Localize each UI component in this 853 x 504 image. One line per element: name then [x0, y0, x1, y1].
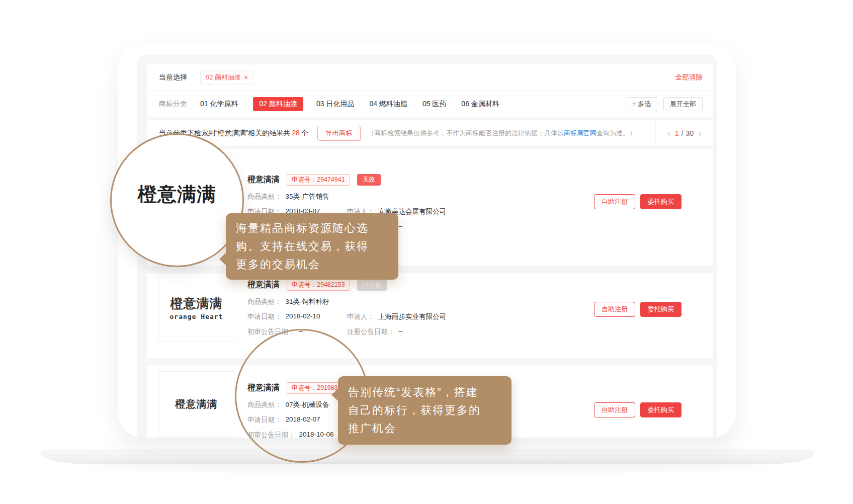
magnifier-circle-top: 橙意满满	[110, 133, 244, 267]
field-value: 2018-10-06	[299, 431, 334, 438]
callout-bubble-marketplace: 海量精品商标资源随心选 购。支持在线交易，获得 更多的交易机会	[226, 213, 398, 280]
field-label: 商品类别：	[247, 297, 282, 306]
product-category-field: 商品类别：07类-机械设备	[247, 400, 329, 409]
category-line: 商品类别：31类-饲料种籽	[247, 297, 592, 306]
current-selection-label: 当前选择	[159, 73, 187, 82]
field-label: 初审公告日期：	[247, 431, 295, 438]
application-number-label: 申请号：	[292, 176, 317, 183]
field-label: 申请日期：	[247, 415, 282, 425]
clear-all-link[interactable]: 全部清除	[675, 73, 703, 82]
first-notice-field: 初审公告日期：2018-10-06	[247, 431, 347, 438]
callout-bubble-promotion: 告别传统“发表格”，搭建 自己的标行，获得更多的 推广机会	[338, 376, 511, 445]
field-label: 商品类别：	[247, 400, 282, 409]
field-label: 申请人：	[347, 312, 374, 321]
reg-notice-field: 注册公告日期：–	[347, 327, 402, 337]
field-label: 申请日期：	[247, 312, 282, 321]
application-number-badge: 申请号：29474941	[287, 174, 350, 186]
category-list: 01 化学原料 02 颜料油漆 03 日化用品 04 燃料油脂 05 医药 06…	[200, 97, 515, 111]
category-item-01[interactable]: 01 化学原料	[200, 100, 238, 109]
category-item-06[interactable]: 06 金属材料	[461, 100, 499, 109]
apply-date-field: 申请日期：2018-02-07	[247, 415, 347, 425]
category-row-label: 商标分类	[159, 100, 187, 109]
export-trademarks-button[interactable]: 导出商标	[317, 126, 361, 141]
first-notice-field: 初审公告日期：–	[247, 327, 347, 337]
page-prev-icon[interactable]: ‹	[663, 128, 675, 139]
results-summary: 当前分类下检索到“橙意满满”相关的结果共28个 导出商标 （商标检索结果仅供参考…	[147, 120, 655, 146]
field-value: 31类-饲料种籽	[286, 297, 329, 306]
field-value: 07类-机械设备	[286, 400, 329, 409]
category-item-03[interactable]: 03 日化用品	[316, 100, 354, 109]
pagination: ‹ 1 / 30 ›	[655, 120, 713, 146]
status-badge: 无效	[357, 174, 381, 186]
category-item-02-selected[interactable]: 02 颜料油漆	[253, 97, 303, 111]
product-category-field: 商品类别：35类-广告销售	[247, 192, 329, 201]
application-number-label: 申请号：	[292, 384, 317, 391]
field-value: –	[399, 327, 403, 337]
current-selection-row: 当前选择 02 颜料油漆× 全部清除	[147, 64, 713, 91]
field-value: 上海雨步实业有限公司	[378, 312, 446, 321]
selected-category-tag[interactable]: 02 颜料油漆×	[200, 70, 253, 85]
field-value: 2018-02-10	[286, 312, 320, 321]
callout-line: 海量精品商标资源随心选	[236, 219, 388, 237]
results-count-suffix: 个	[301, 129, 308, 137]
applicant-field: 申请人：上海雨步实业有限公司	[347, 312, 446, 321]
notice-line: 初审公告日期：– 注册公告日期：–	[247, 327, 592, 337]
field-value: 35类-广告销售	[286, 192, 329, 201]
field-value: –	[299, 327, 303, 337]
callout-line: 购。支持在线交易，获得	[236, 237, 388, 256]
category-line: 商品类别：35类-广告销售	[247, 192, 592, 201]
bubble-tail-icon	[331, 388, 338, 401]
apply-date-field: 申请日期：2018-02-10	[247, 312, 347, 321]
selected-category-tag-label: 02 颜料油漆	[206, 73, 241, 82]
category-item-04[interactable]: 04 燃料油脂	[369, 100, 407, 109]
page: 当前选择 02 颜料油漆× 全部清除 商标分类 01 化学原料 02 颜料油漆 …	[0, 0, 853, 504]
trademark-details: 橙意满满 申请号：29482153 已注册 商品类别：31类-饲料种籽 申请日期…	[147, 273, 713, 337]
field-label: 商品类别：	[247, 192, 282, 201]
title-line: 橙意满满 申请号：29474941 无效	[247, 174, 592, 186]
laptop-base	[41, 449, 814, 464]
callout-line: 自己的标行，获得更多的	[348, 401, 501, 419]
filter-panel: 当前选择 02 颜料油漆× 全部清除 商标分类 01 化学原料 02 颜料油漆 …	[147, 64, 713, 117]
page-next-icon[interactable]: ›	[694, 128, 706, 139]
application-number-value: 29482153	[317, 281, 345, 288]
results-count: 28	[292, 129, 300, 137]
bubble-tail-icon	[219, 253, 226, 266]
trademark-name: 橙意满满	[247, 175, 280, 185]
application-number-value: 29474941	[317, 176, 345, 183]
application-number-label: 申请号：	[292, 281, 317, 288]
expand-all-button[interactable]: 展开全部	[663, 97, 703, 111]
field-value: –	[399, 222, 403, 231]
results-header: 当前分类下检索到“橙意满满”相关的结果共28个 导出商标 （商标检索结果仅供参考…	[147, 120, 713, 147]
status-badge: 已注册	[357, 279, 387, 291]
trademark-name: 橙意满满	[247, 383, 280, 393]
application-number-badge: 申请号：29482153	[287, 279, 350, 291]
field-label: 注册公告日期：	[347, 327, 395, 337]
callout-line: 告别传统“发表格”，搭建	[348, 383, 501, 401]
multi-select-button[interactable]: + 多选	[626, 97, 657, 111]
field-label: 初审公告日期：	[247, 327, 295, 337]
result-row-2: 橙意满满 orange Heart 橙意满满 申请号：29482153 已注册 …	[147, 273, 713, 358]
disclaimer-suffix: 查询为准。）	[596, 129, 636, 137]
callout-line: 更多的交易机会	[236, 256, 388, 274]
callout-line: 推广机会	[348, 419, 501, 438]
product-category-field: 商品类别：31类-饲料种籽	[247, 297, 329, 306]
page-current: 1	[675, 129, 679, 137]
disclaimer-text: （商标检索结果仅供参考，不作为商标能否注册的法律依据；具体以商标局官网查询为准。…	[368, 129, 636, 138]
trademark-office-link[interactable]: 商标局官网	[564, 129, 596, 137]
page-separator: /	[681, 129, 684, 137]
title-line: 橙意满满 申请号：29482153 已注册	[247, 279, 592, 291]
category-row: 商标分类 01 化学原料 02 颜料油漆 03 日化用品 04 燃料油脂 05 …	[149, 91, 711, 117]
page-total: 30	[686, 129, 694, 137]
disclaimer-prefix: （商标检索结果仅供参考，不作为商标能否注册的法律依据；具体以	[368, 129, 564, 137]
tag-close-icon[interactable]: ×	[244, 74, 248, 81]
apply-line: 申请日期：2018-02-10 申请人：上海雨步实业有限公司	[247, 312, 592, 321]
field-value: 2018-02-07	[286, 415, 320, 425]
category-item-05[interactable]: 05 医药	[422, 100, 446, 109]
magnified-trademark-text: 橙意满满	[138, 182, 216, 207]
trademark-name: 橙意满满	[247, 280, 280, 290]
